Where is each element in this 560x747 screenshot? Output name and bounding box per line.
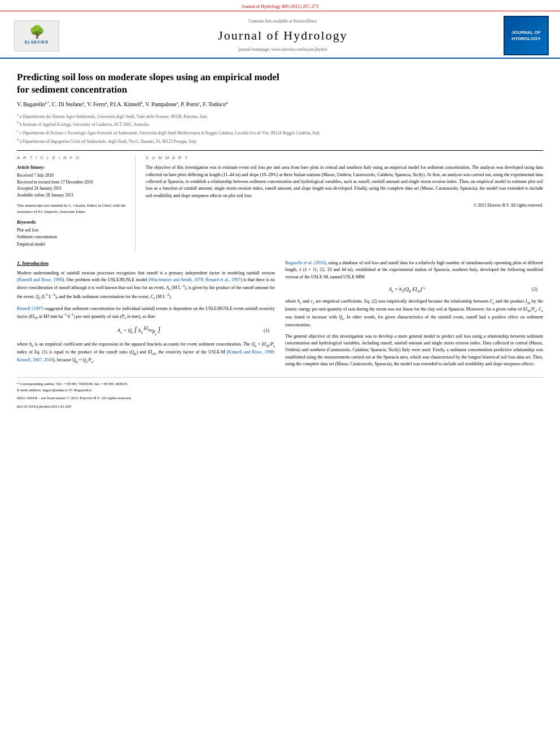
- body-para-3: where b0 is an empirical coefficient and…: [17, 341, 275, 365]
- journal-title-header: Journal of Hydrology: [73, 27, 492, 45]
- summary-section-label: S U M M A R Y: [146, 155, 543, 161]
- body-right-para-1: Bagarello et al. (2010), using a databas…: [285, 260, 543, 281]
- keywords-list: Plot soil loss Sediment concentration Em…: [17, 228, 128, 248]
- elsevier-tree-icon: 🌳: [29, 26, 45, 38]
- journal-citation-bar: Journal of Hydrology 400 (2011) 267–273: [0, 0, 560, 11]
- formula-1: Ae = Qe [ b0 EI30⁄Pe ]: [23, 325, 255, 337]
- journal-citation: Journal of Hydrology 400 (2011) 267–273: [242, 4, 318, 9]
- elsevier-logo: 🌳 ELSEVIER: [11, 20, 62, 51]
- body-right-para-2: where b1 and c1 are empirical coefficien…: [285, 298, 543, 329]
- journal-header: 🌳 ELSEVIER Contents lists available at S…: [0, 11, 560, 59]
- summary-text: The objective of this investigation was …: [146, 164, 543, 199]
- keyword-2: Sediment concentration: [17, 234, 128, 241]
- page: Journal of Hydrology 400 (2011) 267–273 …: [0, 0, 560, 747]
- received-date: Received 7 July 2010: [17, 173, 128, 179]
- sciencedirect-line: Contents lists available at ScienceDirec…: [73, 19, 492, 25]
- elsevier-text: ELSEVIER: [25, 40, 49, 45]
- article-title: Predicting soil loss on moderate slopes …: [17, 71, 543, 96]
- article-history-group: Article history: Received 7 July 2010 Re…: [17, 164, 128, 198]
- main-content: Predicting soil loss on moderate slopes …: [0, 59, 560, 415]
- received-revised-date: Received in revised form 17 December 201…: [17, 180, 128, 186]
- keywords-group: Keywords: Plot soil loss Sediment concen…: [17, 219, 128, 247]
- keyword-3: Empirical model: [17, 242, 128, 248]
- body-columns: 1. Introduction Modern understanding of …: [17, 260, 543, 372]
- journal-logo-right: JOURNAL OF HYDROLOGY: [504, 16, 549, 55]
- affil-d: d d Dipartimento di Ingegneria Civile ed…: [17, 137, 543, 145]
- journal-center: Contents lists available at ScienceDirec…: [62, 19, 504, 53]
- affil-a: a a Dipartimento dei Sistemi Agro-Ambien…: [17, 112, 543, 120]
- keywords-label: Keywords:: [17, 219, 128, 225]
- doi-line: doi:10.1016/j.jhydrol.2011.01.029: [17, 404, 543, 410]
- formula-2-block: Ae = b1(QR EI30)c1 (2): [285, 285, 543, 294]
- available-date: Available online 28 January 2011: [17, 193, 128, 199]
- affil-c: c c Dipartimento di Scienze e Tecnologie…: [17, 129, 543, 136]
- corresponding-author: * Corresponding author. Tel.: +39 091 70…: [17, 381, 543, 387]
- keyword-1: Plot soil loss: [17, 228, 128, 234]
- sciencedirect-prefix: Contents lists available at ScienceDirec…: [249, 19, 317, 24]
- body-para-2: Kinnell (1997) suggested that sediment c…: [17, 305, 275, 321]
- intro-heading: 1. Introduction: [17, 260, 275, 267]
- affiliations: a a Dipartimento dei Sistemi Agro-Ambien…: [17, 112, 543, 145]
- article-info-column: A R T I C L E I N F O Article history: R…: [17, 155, 135, 252]
- body-para-1: Modern understanding of rainfall erosion…: [17, 270, 275, 302]
- formula-2: Ae = b1(QR EI30)c1: [291, 285, 523, 294]
- body-right-para-3: The general objective of this investigat…: [285, 333, 543, 368]
- authors-line: V. Bagarelloa,*, C. Di Stefanoa, V. Ferr…: [17, 101, 543, 108]
- issn-line: 0022-1694/$ – see front matter © 2011 El…: [17, 395, 543, 401]
- formula-1-number: (1): [255, 327, 269, 334]
- article-info-section-label: A R T I C L E I N F O: [17, 155, 128, 161]
- elsevier-image: 🌳 ELSEVIER: [14, 20, 59, 51]
- formula-1-block: Ae = Qe [ b0 EI30⁄Pe ] (1): [17, 325, 275, 337]
- journal-homepage: journal homepage: www.elsevier.com/locat…: [73, 47, 492, 53]
- email-address: E-mail address: bagav@unipa.it (V. Bagar…: [17, 387, 543, 394]
- formula-2-number: (2): [523, 286, 537, 293]
- info-summary-columns: A R T I C L E I N F O Article history: R…: [17, 150, 543, 252]
- logo-journal-text: JOURNAL OF HYDROLOGY: [511, 29, 541, 42]
- copyright-text: © 2011 Elsevier B.V. All rights reserved…: [146, 203, 543, 209]
- history-label: Article history:: [17, 164, 128, 171]
- handled-by-text: This manuscript was handled by L. Charle…: [17, 203, 128, 215]
- summary-column: S U M M A R Y The objective of this inve…: [146, 155, 543, 252]
- body-right-column: Bagarello et al. (2010), using a databas…: [285, 260, 543, 372]
- affil-b: b b Institute of Applied Ecology, Univer…: [17, 120, 543, 128]
- body-left-column: 1. Introduction Modern understanding of …: [17, 260, 275, 372]
- footnote-section: * Corresponding author. Tel.: +39 091 70…: [17, 377, 543, 409]
- accepted-date: Accepted 24 January 2011: [17, 186, 128, 192]
